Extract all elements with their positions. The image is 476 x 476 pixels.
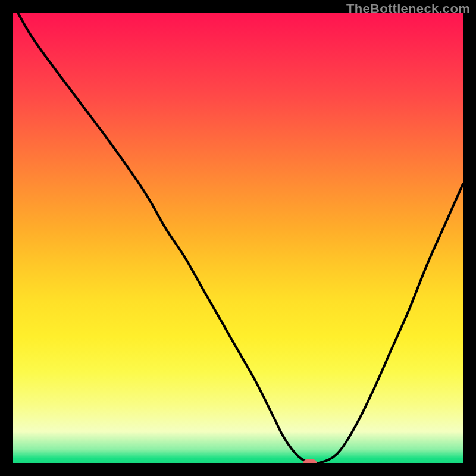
chart-stage: TheBottleneck.com <box>0 0 476 476</box>
plot-area <box>13 13 463 463</box>
curve-path <box>13 13 463 463</box>
curve-layer <box>13 13 463 463</box>
marker-pill <box>303 459 317 463</box>
